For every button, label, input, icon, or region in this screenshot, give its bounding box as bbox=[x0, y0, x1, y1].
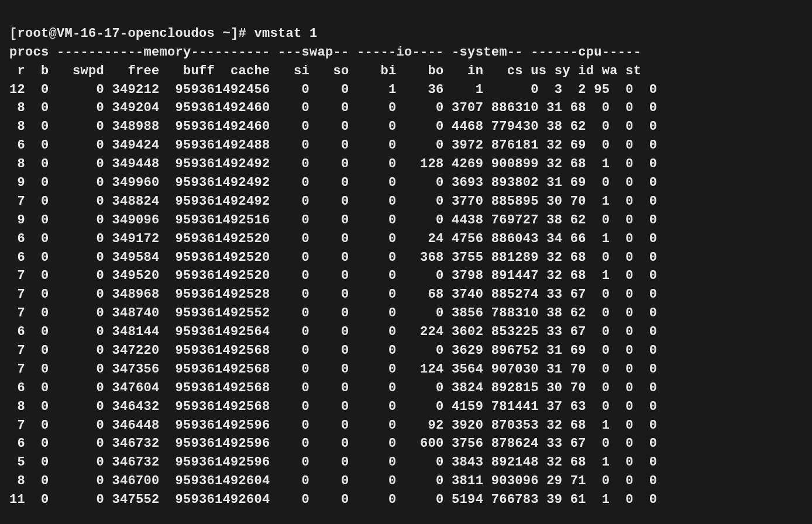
shell-prompt: [root@VM-16-17-opencloudos ~]# bbox=[9, 26, 254, 41]
vmstat-rows: 12 0 0 349212 959361492456 0 0 1 36 1 0 … bbox=[9, 81, 803, 509]
vmstat-header-groups: procs -----------memory---------- ---swa… bbox=[9, 45, 641, 60]
terminal-output[interactable]: [root@VM-16-17-opencloudos ~]# vmstat 1 … bbox=[0, 0, 812, 524]
vmstat-header-columns: r b swpd free buff cache si so bi bo in … bbox=[9, 64, 641, 78]
command-text: vmstat 1 bbox=[254, 26, 318, 41]
